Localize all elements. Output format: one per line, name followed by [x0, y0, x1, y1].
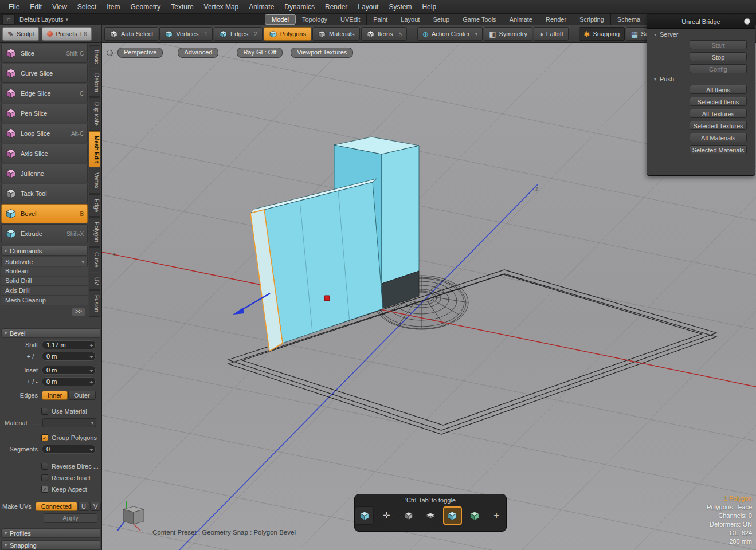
- menu-layout[interactable]: Layout: [352, 0, 383, 14]
- command-mesh-cleanup[interactable]: Mesh Cleanup: [1, 296, 88, 305]
- tool-tab-uv[interactable]: UV: [89, 273, 100, 290]
- spinner-icon[interactable]: ◂▸: [89, 379, 95, 384]
- reverse-inset-checkbox[interactable]: ✓: [41, 474, 48, 481]
- add-mode-slot-button[interactable]: +: [487, 506, 506, 525]
- push-section-header[interactable]: ▾ Push: [647, 73, 755, 85]
- menu-help[interactable]: Help: [417, 0, 441, 14]
- menu-view[interactable]: View: [47, 0, 72, 14]
- menu-file[interactable]: File: [3, 0, 25, 14]
- viewport-textures-button[interactable]: Viewport Textures: [291, 48, 353, 58]
- subdivide-dropdown[interactable]: Subdivide ▾: [1, 257, 88, 266]
- default-layouts-dropdown[interactable]: Default Layouts: [19, 16, 63, 23]
- tool-edge-slice[interactable]: Edge Slice C: [1, 84, 88, 103]
- mode-slot-topology[interactable]: [399, 506, 418, 525]
- commands-more-button[interactable]: >>: [72, 308, 85, 316]
- tool-tab-basic[interactable]: Basic: [89, 45, 100, 68]
- make-uvs-connected-toggle[interactable]: Connected: [36, 502, 77, 511]
- mode-slot-mesh-edit-active[interactable]: [443, 506, 462, 525]
- tool-pen-slice[interactable]: Pen Slice: [1, 104, 88, 123]
- segments-input[interactable]: 0 ◂▸: [42, 445, 96, 454]
- group-polygons-checkbox[interactable]: ✓: [41, 434, 48, 441]
- menu-edit[interactable]: Edit: [25, 0, 47, 14]
- snapping-panel-header[interactable]: ▾ Snapping: [1, 540, 100, 550]
- tool-bevel[interactable]: Bevel B: [1, 204, 88, 223]
- snapping-button[interactable]: ✱ Snapping: [579, 27, 625, 41]
- falloff-button[interactable]: ◑ Falloff: [534, 27, 569, 41]
- menu-animate[interactable]: Animate: [244, 0, 279, 14]
- push-all-items-button[interactable]: All Items: [690, 85, 747, 94]
- tool-tab-edge[interactable]: Edge: [89, 194, 100, 217]
- server-start-button[interactable]: Start: [690, 40, 747, 49]
- keep-aspect-checkbox[interactable]: ✓: [41, 486, 48, 493]
- action-center-button[interactable]: ⊕ Action Center ▾: [417, 27, 483, 41]
- symmetry-button[interactable]: ◧ Symmetry: [484, 27, 532, 41]
- inset-input[interactable]: 0 m ◂▸: [42, 366, 96, 375]
- layouts-home-icon[interactable]: ⌂: [2, 14, 15, 25]
- profiles-panel-header[interactable]: ▾ Profiles: [1, 528, 100, 538]
- tool-slice[interactable]: Slice Shift-C: [1, 44, 88, 63]
- tool-loop-slice[interactable]: Loop Slice Alt-C: [1, 124, 88, 143]
- server-stop-button[interactable]: Stop: [690, 52, 747, 61]
- edges-outer-toggle[interactable]: Outer: [68, 391, 96, 400]
- push-selected-textures-button[interactable]: Selected Textures: [690, 121, 747, 130]
- spinner-icon[interactable]: ◂▸: [89, 343, 95, 348]
- material-dropdown[interactable]: ▾: [42, 418, 96, 427]
- tool-tab-vertex[interactable]: Vertex: [89, 168, 100, 193]
- auto-select-button[interactable]: Auto Select: [104, 27, 158, 41]
- commands-panel-header[interactable]: ▾ Commands: [1, 246, 88, 256]
- viewport-rotate-widget[interactable]: [107, 50, 113, 56]
- tab-scripting[interactable]: Scripting: [573, 14, 611, 25]
- tab-game-tools[interactable]: Game Tools: [456, 14, 503, 25]
- menu-texture[interactable]: Texture: [166, 0, 198, 14]
- menu-dynamics[interactable]: Dynamics: [279, 0, 320, 14]
- tab-paint[interactable]: Paint: [367, 14, 394, 25]
- mode-slot-model[interactable]: [355, 506, 374, 525]
- bevel-panel-header[interactable]: ▾ Bevel: [1, 328, 100, 338]
- tool-tab-fusion[interactable]: Fusion: [89, 290, 100, 317]
- command-axis-drill[interactable]: Axis Drill: [1, 286, 88, 296]
- sculpt-button[interactable]: ✎ Sculpt: [2, 27, 39, 41]
- polygons-mode-button[interactable]: Polygons: [264, 27, 311, 41]
- menu-render[interactable]: Render: [320, 0, 352, 14]
- mode-slot-item[interactable]: [465, 506, 484, 525]
- vertices-mode-button[interactable]: Vertices 1: [159, 27, 213, 41]
- tab-model[interactable]: Model: [265, 14, 296, 25]
- mode-slot-setup[interactable]: ✛: [377, 506, 395, 525]
- tab-render[interactable]: Render: [539, 14, 573, 25]
- use-material-checkbox[interactable]: ✓: [41, 408, 48, 415]
- tool-tab-polygon[interactable]: Polygon: [89, 217, 100, 247]
- tool-extrude[interactable]: Extrude Shift-X: [1, 224, 88, 243]
- command-solid-drill[interactable]: Solid Drill: [1, 277, 88, 286]
- edges-inner-toggle[interactable]: Inner: [42, 391, 68, 400]
- reverse-direction-checkbox[interactable]: ✓: [41, 463, 48, 470]
- presets-button[interactable]: Presets F6: [42, 27, 92, 41]
- tool-tack-tool[interactable]: Tack Tool: [1, 184, 88, 203]
- make-uvs-v-toggle[interactable]: V: [90, 502, 101, 511]
- server-section-header[interactable]: ▾ Server: [647, 29, 755, 40]
- menu-geometry[interactable]: Geometry: [126, 0, 166, 14]
- tool-tab-curve[interactable]: Curve: [89, 247, 100, 272]
- menu-item[interactable]: Item: [101, 0, 125, 14]
- spinner-icon[interactable]: ◂▸: [89, 354, 95, 359]
- mode-slot-slab[interactable]: [421, 506, 440, 525]
- tab-uvedit[interactable]: UVEdit: [334, 14, 367, 25]
- push-selected-materials-button[interactable]: Selected Materials: [690, 145, 747, 154]
- tab-schematic[interactable]: Schema: [611, 14, 647, 25]
- materials-mode-button[interactable]: Materials: [312, 27, 360, 41]
- make-uvs-u-toggle[interactable]: U: [78, 502, 89, 511]
- tab-animate[interactable]: Animate: [503, 14, 539, 25]
- inset-plusminus-input[interactable]: 0 m ◂▸: [42, 377, 96, 386]
- tab-setup[interactable]: Setup: [426, 14, 456, 25]
- shift-plusminus-input[interactable]: 0 m ◂▸: [42, 352, 96, 361]
- server-config-button[interactable]: Config: [690, 64, 747, 73]
- tool-tab-duplicate[interactable]: Duplicate: [89, 97, 100, 131]
- push-selected-items-button[interactable]: Selected Items: [690, 97, 747, 106]
- spinner-icon[interactable]: ◂▸: [89, 368, 95, 373]
- menu-system[interactable]: System: [383, 0, 417, 14]
- menu-vertex-map[interactable]: Vertex Map: [199, 0, 244, 14]
- perspective-button[interactable]: Perspective: [117, 48, 163, 58]
- shift-input[interactable]: 1.17 m ◂▸: [42, 340, 96, 349]
- menu-select[interactable]: Select: [72, 0, 101, 14]
- push-all-textures-button[interactable]: All Textures: [690, 109, 747, 118]
- edges-mode-button[interactable]: Edges 2: [214, 27, 263, 41]
